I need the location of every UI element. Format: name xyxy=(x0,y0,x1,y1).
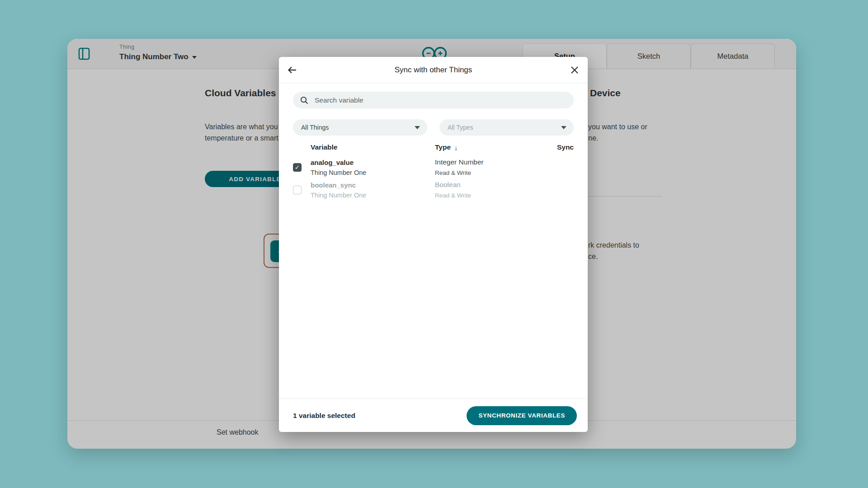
search-bar xyxy=(293,92,574,108)
sync-checkbox[interactable] xyxy=(293,163,302,172)
close-icon xyxy=(571,66,579,74)
dialog-footer: 1 variable selected SYNCHRONIZE VARIABLE… xyxy=(279,399,588,432)
sync-column-header: Sync xyxy=(557,143,574,151)
variable-name: boolean_sync xyxy=(311,181,435,189)
things-filter-dropdown[interactable]: All Things xyxy=(293,119,427,136)
type-column-header[interactable]: Type ↓ xyxy=(435,143,458,151)
close-button[interactable] xyxy=(568,63,581,77)
sync-checkbox[interactable] xyxy=(293,186,302,194)
variable-column-header: Variable xyxy=(311,143,435,151)
variable-permission: Read & Write xyxy=(435,169,574,176)
sort-descending-icon: ↓ xyxy=(454,144,458,151)
dialog-header: Sync with other Things xyxy=(279,57,588,83)
table-header-row: Variable Type ↓ Sync xyxy=(293,143,574,151)
checkbox-column-spacer xyxy=(293,143,311,151)
variable-list: analog_value Thing Number One Integer Nu… xyxy=(279,158,588,199)
variable-thing: Thing Number One xyxy=(311,169,435,176)
sync-dialog: Sync with other Things All Things All T xyxy=(279,57,588,432)
arrow-left-icon xyxy=(287,65,297,75)
page: Thing Thing Number Two Setup Sketch Meta… xyxy=(0,0,868,488)
variable-type: Integer Number xyxy=(435,158,574,166)
search-icon xyxy=(300,96,308,104)
synchronize-variables-button[interactable]: SYNCHRONIZE VARIABLES xyxy=(467,406,577,425)
dialog-title: Sync with other Things xyxy=(395,66,472,75)
types-filter-dropdown[interactable]: All Types xyxy=(439,119,574,136)
variable-permission: Read & Write xyxy=(435,192,574,199)
things-filter-value: All Things xyxy=(301,124,329,131)
variable-type: Boolean xyxy=(435,181,574,189)
selection-summary: 1 variable selected xyxy=(293,412,355,420)
table-row: boolean_sync Thing Number One Boolean Re… xyxy=(293,180,574,199)
search-input[interactable] xyxy=(314,96,566,105)
filter-row: All Things All Types xyxy=(293,119,574,136)
variable-name: analog_value xyxy=(311,159,435,166)
chevron-down-icon xyxy=(561,126,566,129)
chevron-down-icon xyxy=(415,126,420,129)
variable-thing: Thing Number One xyxy=(311,192,435,199)
table-row: analog_value Thing Number One Integer Nu… xyxy=(293,158,574,177)
back-button[interactable] xyxy=(285,63,299,77)
types-filter-value: All Types xyxy=(448,124,473,131)
